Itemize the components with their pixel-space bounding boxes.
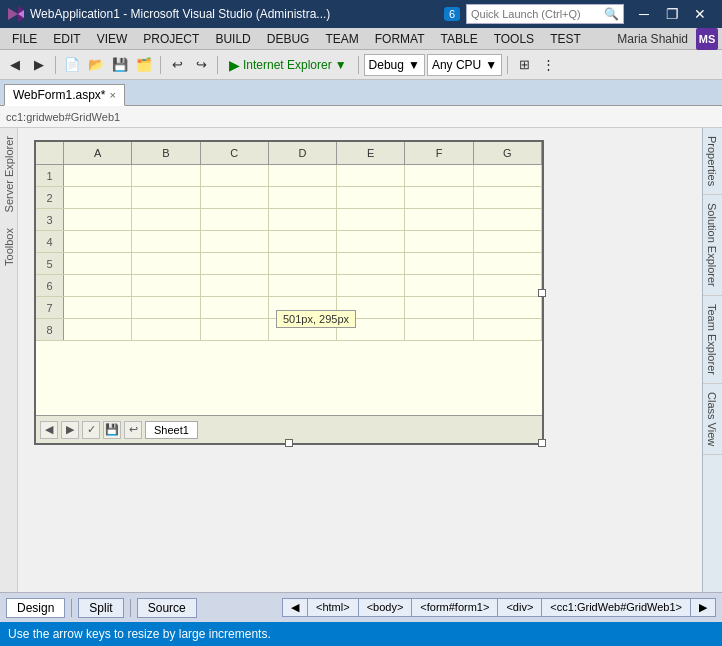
solution-explorer-tab[interactable]: Solution Explorer — [703, 195, 722, 296]
cell-E6[interactable] — [337, 275, 405, 297]
cell-B2[interactable] — [132, 187, 200, 209]
run-button[interactable]: ▶ Internet Explorer ▼ — [223, 55, 353, 75]
breadcrumb-form[interactable]: <form#form1> — [412, 598, 498, 617]
cell-E2[interactable] — [337, 187, 405, 209]
col-header-D[interactable]: D — [269, 142, 337, 164]
open-button[interactable]: 📂 — [85, 54, 107, 76]
cell-C5[interactable] — [201, 253, 269, 275]
cell-G3[interactable] — [474, 209, 542, 231]
cell-C2[interactable] — [201, 187, 269, 209]
gridweb-control[interactable]: A B C D E F G 1 — [34, 140, 544, 445]
col-header-B[interactable]: B — [132, 142, 200, 164]
breadcrumb-div[interactable]: <div> — [498, 598, 542, 617]
prev-sheet-button[interactable]: ◀ — [40, 421, 58, 439]
config-dropdown[interactable]: Debug ▼ — [364, 54, 425, 76]
cell-D2[interactable] — [269, 187, 337, 209]
menu-tools[interactable]: TOOLS — [486, 30, 542, 48]
col-header-F[interactable]: F — [405, 142, 473, 164]
resize-handle-right[interactable] — [538, 289, 546, 297]
notification-badge[interactable]: 6 — [444, 7, 460, 21]
save-button[interactable]: 💾 — [109, 54, 131, 76]
menu-test[interactable]: TEST — [542, 30, 589, 48]
cell-E1[interactable] — [337, 165, 405, 187]
grid-btn[interactable]: ⊞ — [513, 54, 535, 76]
cell-C7[interactable] — [201, 297, 269, 319]
undo-button[interactable]: ↩ — [166, 54, 188, 76]
menu-team[interactable]: TEAM — [317, 30, 366, 48]
user-avatar[interactable]: MS — [696, 28, 718, 50]
team-explorer-tab[interactable]: Team Explorer — [703, 296, 722, 384]
toolbox-label[interactable]: Toolbox — [1, 220, 17, 274]
cell-C1[interactable] — [201, 165, 269, 187]
menu-edit[interactable]: EDIT — [45, 30, 88, 48]
cell-G1[interactable] — [474, 165, 542, 187]
cell-C4[interactable] — [201, 231, 269, 253]
cell-G2[interactable] — [474, 187, 542, 209]
menu-file[interactable]: FILE — [4, 30, 45, 48]
run-dropdown-arrow[interactable]: ▼ — [335, 58, 347, 72]
cell-A4[interactable] — [64, 231, 132, 253]
forward-button[interactable]: ▶ — [28, 54, 50, 76]
cell-E5[interactable] — [337, 253, 405, 275]
cell-F6[interactable] — [405, 275, 473, 297]
cell-A7[interactable] — [64, 297, 132, 319]
breadcrumb-html[interactable]: <html> — [308, 598, 359, 617]
cell-E4[interactable] — [337, 231, 405, 253]
next-sheet-button[interactable]: ▶ — [61, 421, 79, 439]
col-header-C[interactable]: C — [201, 142, 269, 164]
split-view-button[interactable]: Split — [78, 598, 123, 618]
class-view-tab[interactable]: Class View — [703, 384, 722, 455]
col-header-A[interactable]: A — [64, 142, 132, 164]
cell-B4[interactable] — [132, 231, 200, 253]
cell-A3[interactable] — [64, 209, 132, 231]
cell-G7[interactable] — [474, 297, 542, 319]
tab-close-button[interactable]: × — [109, 89, 115, 101]
cell-F2[interactable] — [405, 187, 473, 209]
cell-F4[interactable] — [405, 231, 473, 253]
active-document-tab[interactable]: WebForm1.aspx* × — [4, 84, 125, 106]
menu-build[interactable]: BUILD — [207, 30, 258, 48]
restore-button[interactable]: ❐ — [658, 0, 686, 28]
quick-launch-search[interactable]: 🔍 — [466, 4, 624, 24]
cell-C3[interactable] — [201, 209, 269, 231]
menu-format[interactable]: FORMAT — [367, 30, 433, 48]
cell-D4[interactable] — [269, 231, 337, 253]
cell-F1[interactable] — [405, 165, 473, 187]
menu-project[interactable]: PROJECT — [135, 30, 207, 48]
more-btn[interactable]: ⋮ — [537, 54, 559, 76]
confirm-button[interactable]: ✓ — [82, 421, 100, 439]
breadcrumb-arrow-left[interactable]: ◀ — [282, 598, 308, 617]
cell-G4[interactable] — [474, 231, 542, 253]
search-input[interactable] — [471, 8, 601, 20]
cell-F5[interactable] — [405, 253, 473, 275]
cell-C8[interactable] — [201, 319, 269, 341]
col-header-G[interactable]: G — [474, 142, 542, 164]
cell-B1[interactable] — [132, 165, 200, 187]
cell-B8[interactable] — [132, 319, 200, 341]
cell-A2[interactable] — [64, 187, 132, 209]
cell-D5[interactable] — [269, 253, 337, 275]
menu-table[interactable]: TABLE — [433, 30, 486, 48]
cell-D3[interactable] — [269, 209, 337, 231]
cell-F3[interactable] — [405, 209, 473, 231]
cpu-dropdown[interactable]: Any CPU ▼ — [427, 54, 502, 76]
cell-A1[interactable] — [64, 165, 132, 187]
cell-B3[interactable] — [132, 209, 200, 231]
save-all-button[interactable]: 🗂️ — [133, 54, 155, 76]
cell-B6[interactable] — [132, 275, 200, 297]
breadcrumb-body[interactable]: <body> — [359, 598, 413, 617]
properties-panel-tab[interactable]: Properties — [703, 128, 722, 195]
cell-F7[interactable] — [405, 297, 473, 319]
cell-G6[interactable] — [474, 275, 542, 297]
menu-view[interactable]: VIEW — [89, 30, 136, 48]
new-button[interactable]: 📄 — [61, 54, 83, 76]
cell-D6[interactable] — [269, 275, 337, 297]
cell-D1[interactable] — [269, 165, 337, 187]
design-view-button[interactable]: Design — [6, 598, 65, 618]
undo-sheet-button[interactable]: ↩ — [124, 421, 142, 439]
back-button[interactable]: ◀ — [4, 54, 26, 76]
cell-A5[interactable] — [64, 253, 132, 275]
col-header-E[interactable]: E — [337, 142, 405, 164]
cell-G8[interactable] — [474, 319, 542, 341]
cell-G5[interactable] — [474, 253, 542, 275]
